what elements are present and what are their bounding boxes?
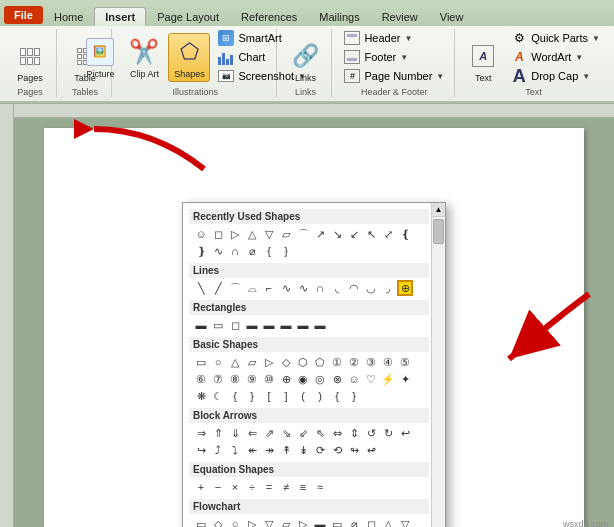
shape-item[interactable]: ⇔ xyxy=(329,425,345,441)
shape-item[interactable]: ∩ xyxy=(312,280,328,296)
shape-item[interactable]: ▽ xyxy=(261,226,277,242)
shape-item[interactable]: ⌓ xyxy=(244,280,260,296)
scrollbar-thumb[interactable] xyxy=(433,219,444,244)
shape-item[interactable]: ◠ xyxy=(346,280,362,296)
links-button[interactable]: 🔗 Links xyxy=(285,38,325,85)
shape-item[interactable]: ⌀ xyxy=(346,516,362,527)
shape-item[interactable]: ∩ xyxy=(227,243,243,259)
shape-item[interactable]: ⤴ xyxy=(210,442,226,458)
shape-item[interactable]: ▬ xyxy=(295,317,311,333)
tab-mailings[interactable]: Mailings xyxy=(308,7,370,26)
shape-item[interactable]: ⌀ xyxy=(244,243,260,259)
shape-item[interactable]: ≡ xyxy=(295,479,311,495)
shape-item[interactable]: ① xyxy=(329,354,345,370)
shape-item[interactable]: × xyxy=(227,479,243,495)
shape-item[interactable]: ⇐ xyxy=(244,425,260,441)
shapes-button[interactable]: ⬠ Shapes xyxy=(168,33,210,82)
shape-item[interactable]: △ xyxy=(227,354,243,370)
shape-item[interactable]: ◞ xyxy=(380,280,396,296)
shape-item[interactable]: ↩ xyxy=(397,425,413,441)
shape-item[interactable]: ∿ xyxy=(295,280,311,296)
shape-item[interactable]: ⑦ xyxy=(210,371,226,387)
shape-item[interactable]: ▽ xyxy=(261,516,277,527)
shape-item[interactable]: ▽ xyxy=(397,516,413,527)
shape-item[interactable]: ⇖ xyxy=(312,425,328,441)
shape-item[interactable]: ↖ xyxy=(363,226,379,242)
shape-item-highlighted[interactable]: ⊕ xyxy=(397,280,413,296)
shape-item[interactable]: ∿ xyxy=(210,243,226,259)
shape-item[interactable]: ⚡ xyxy=(380,371,396,387)
shape-item[interactable]: ⟲ xyxy=(329,442,345,458)
shape-item[interactable]: ◡ xyxy=(363,280,379,296)
tab-page-layout[interactable]: Page Layout xyxy=(146,7,230,26)
shape-item[interactable]: ⌒ xyxy=(227,280,243,296)
shape-item[interactable]: ↗ xyxy=(312,226,328,242)
shape-item[interactable]: ⇒ xyxy=(193,425,209,441)
shape-item[interactable]: ] xyxy=(278,388,294,404)
shape-item[interactable]: [ xyxy=(261,388,277,404)
shape-item[interactable]: ↠ xyxy=(261,442,277,458)
shape-item[interactable]: ⇓ xyxy=(227,425,243,441)
shape-item[interactable]: ⑤ xyxy=(397,354,413,370)
shape-item[interactable]: ↺ xyxy=(363,425,379,441)
shape-item[interactable]: ▭ xyxy=(329,516,345,527)
shape-item[interactable]: ❴ xyxy=(397,226,413,242)
tab-home[interactable]: Home xyxy=(43,7,94,26)
shape-item[interactable]: ◇ xyxy=(210,516,226,527)
shape-item[interactable]: ◻ xyxy=(210,226,226,242)
shape-item[interactable]: { xyxy=(261,243,277,259)
tab-view[interactable]: View xyxy=(429,7,475,26)
shape-item[interactable]: ▷ xyxy=(295,516,311,527)
scrollbar-up-button[interactable]: ▲ xyxy=(432,203,445,217)
wordart-button[interactable]: A WordArt ▼ xyxy=(507,48,604,66)
shape-item[interactable]: ▷ xyxy=(244,516,260,527)
shape-item[interactable]: ╲ xyxy=(193,280,209,296)
shape-item[interactable]: ↞ xyxy=(244,442,260,458)
shape-item[interactable]: ☺ xyxy=(346,371,362,387)
shape-item[interactable]: ↪ xyxy=(193,442,209,458)
shape-item[interactable]: ▱ xyxy=(278,516,294,527)
shape-item[interactable]: ≈ xyxy=(312,479,328,495)
shape-item[interactable]: ↟ xyxy=(278,442,294,458)
shape-item[interactable]: + xyxy=(193,479,209,495)
shape-item[interactable]: ▭ xyxy=(193,516,209,527)
shape-item[interactable]: ▱ xyxy=(244,354,260,370)
shape-item[interactable]: ② xyxy=(346,354,362,370)
shape-item[interactable]: ◎ xyxy=(312,371,328,387)
shape-item[interactable]: ÷ xyxy=(244,479,260,495)
picture-button[interactable]: 🖼️ Picture xyxy=(80,34,120,81)
shape-item[interactable]: ▱ xyxy=(278,226,294,242)
shape-item[interactable]: ↻ xyxy=(380,425,396,441)
shape-item[interactable]: ○ xyxy=(210,354,226,370)
shape-item[interactable]: ⑨ xyxy=(244,371,260,387)
quick-parts-button[interactable]: ⚙ Quick Parts ▼ xyxy=(507,29,604,47)
shape-item[interactable]: ⑧ xyxy=(227,371,243,387)
shape-item[interactable]: ▷ xyxy=(261,354,277,370)
page-number-button[interactable]: # Page Number ▼ xyxy=(340,67,448,85)
shape-item[interactable]: ▷ xyxy=(227,226,243,242)
shape-item[interactable]: ☾ xyxy=(210,388,226,404)
shape-item[interactable]: ▭ xyxy=(193,354,209,370)
shape-item[interactable]: ↫ xyxy=(363,442,379,458)
tab-review[interactable]: Review xyxy=(371,7,429,26)
text-box-button[interactable]: A Text xyxy=(463,38,503,85)
shape-item[interactable]: ⊗ xyxy=(329,371,345,387)
shape-item[interactable]: ▬ xyxy=(312,317,328,333)
shape-item[interactable]: ▬ xyxy=(278,317,294,333)
shape-item[interactable]: ╱ xyxy=(210,280,226,296)
shape-item[interactable]: } xyxy=(244,388,260,404)
shape-item[interactable]: ♡ xyxy=(363,371,379,387)
shape-item[interactable]: ≠ xyxy=(278,479,294,495)
shape-item[interactable]: ❵ xyxy=(193,243,209,259)
shape-item[interactable]: ◇ xyxy=(278,354,294,370)
shape-item[interactable]: ▬ xyxy=(193,317,209,333)
shape-item[interactable]: ↘ xyxy=(329,226,345,242)
shape-item[interactable]: △ xyxy=(380,516,396,527)
shape-item[interactable]: ◻ xyxy=(227,317,243,333)
shape-item[interactable]: ⤵ xyxy=(227,442,243,458)
tab-insert[interactable]: Insert xyxy=(94,7,146,26)
shape-item[interactable]: − xyxy=(210,479,226,495)
shape-item[interactable]: ▬ xyxy=(244,317,260,333)
shape-item[interactable]: ▬ xyxy=(261,317,277,333)
shape-item[interactable]: △ xyxy=(244,226,260,242)
